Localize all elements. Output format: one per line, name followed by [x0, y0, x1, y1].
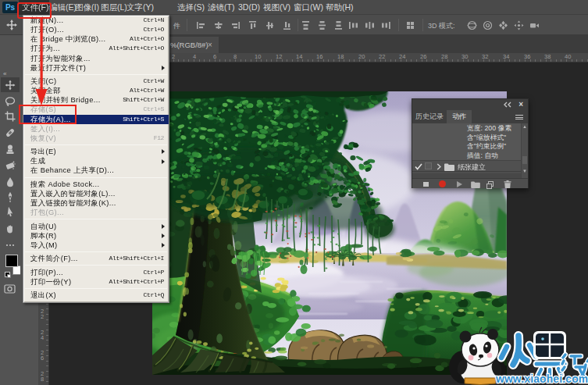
svg-text:www.xiaohei.com: www.xiaohei.com — [495, 373, 588, 385]
